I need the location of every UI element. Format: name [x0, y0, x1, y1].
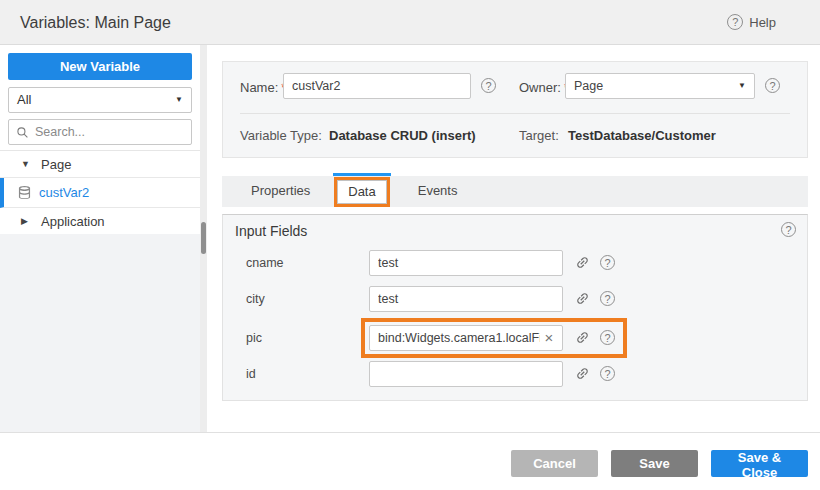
- id-field[interactable]: [369, 361, 563, 387]
- dialog-footer: Cancel Save Save & Close: [0, 432, 820, 490]
- field-row-cname: cname ?: [223, 250, 807, 276]
- save-button[interactable]: Save: [611, 450, 698, 477]
- field-help-icon[interactable]: ?: [600, 291, 615, 306]
- tab-properties[interactable]: Properties: [234, 176, 327, 207]
- bind-link-icon[interactable]: [575, 291, 590, 306]
- tree-item-application[interactable]: ▶ Application: [0, 208, 200, 235]
- clear-binding-icon[interactable]: ×: [541, 328, 557, 348]
- tree-item-custvar2[interactable]: custVar2: [0, 178, 200, 208]
- bind-link-icon[interactable]: [575, 255, 590, 270]
- filter-dropdown-value: All: [17, 92, 31, 107]
- field-help-icon[interactable]: ?: [600, 366, 615, 381]
- variable-type-label: Variable Type:: [240, 128, 322, 143]
- field-label: city: [246, 292, 265, 306]
- owner-dropdown-value: Page: [574, 79, 603, 93]
- active-tab-indicator: [333, 173, 390, 176]
- owner-help-icon[interactable]: ?: [765, 78, 780, 93]
- caret-down-icon: ▼: [21, 159, 31, 169]
- field-help-icon[interactable]: ?: [600, 330, 615, 345]
- sidebar-scrollbar-track: [200, 45, 207, 432]
- sidebar-empty-area: [0, 234, 200, 432]
- tab-data-annotated[interactable]: Data: [337, 180, 386, 204]
- bind-link-icon[interactable]: [575, 366, 590, 381]
- cancel-button[interactable]: Cancel: [511, 450, 598, 477]
- chevron-down-icon: ▼: [175, 88, 183, 112]
- field-row-pic: pic × ?: [223, 325, 807, 351]
- variable-type-value: Database CRUD (insert): [329, 128, 476, 143]
- name-field[interactable]: [283, 73, 471, 99]
- tree-item-label: custVar2: [39, 185, 89, 200]
- name-help-icon[interactable]: ?: [481, 78, 496, 93]
- variable-summary-panel: Name:* ? Owner:* Page ▼ ? Variable Type:…: [222, 61, 808, 158]
- owner-dropdown[interactable]: Page ▼: [565, 73, 755, 99]
- tab-bar: Properties Data Events: [222, 176, 808, 207]
- target-value: TestDatabase/Customer: [568, 128, 716, 143]
- field-label: cname: [246, 256, 284, 270]
- field-label: id: [246, 367, 256, 381]
- sidebar-scrollbar-thumb[interactable]: [201, 222, 206, 254]
- input-fields-help-icon[interactable]: ?: [781, 222, 796, 237]
- new-variable-button[interactable]: New Variable: [8, 53, 192, 80]
- search-icon: [16, 126, 29, 139]
- search-box[interactable]: [8, 119, 192, 145]
- chevron-down-icon: ▼: [738, 74, 746, 98]
- field-row-id: id ?: [223, 361, 807, 387]
- field-help-icon[interactable]: ?: [600, 255, 615, 270]
- page-title: Variables: Main Page: [20, 0, 171, 45]
- variables-sidebar: New Variable All ▼ ▼ Page custVar2 ▶ App…: [0, 45, 200, 490]
- tree-item-label: Page: [41, 157, 71, 172]
- target-label: Target:: [519, 128, 559, 143]
- input-fields-panel: Input Fields ? cname ? city ? pic × ? id…: [222, 214, 808, 401]
- dialog-header: Variables: Main Page ? Help: [0, 0, 820, 45]
- tree-item-page[interactable]: ▼ Page: [0, 151, 200, 178]
- cname-field[interactable]: [369, 250, 563, 276]
- tab-data[interactable]: Data: [337, 180, 386, 204]
- save-and-close-button[interactable]: Save & Close: [711, 450, 808, 477]
- search-input[interactable]: [35, 125, 196, 139]
- bind-link-icon[interactable]: [575, 330, 590, 345]
- panel-divider: [240, 113, 790, 114]
- name-label: Name:*: [240, 80, 286, 95]
- pic-field[interactable]: [369, 325, 563, 351]
- help-label: Help: [749, 15, 776, 30]
- field-row-city: city ?: [223, 286, 807, 312]
- city-field[interactable]: [369, 286, 563, 312]
- tab-events[interactable]: Events: [401, 176, 475, 207]
- tree-item-label: Application: [41, 214, 105, 229]
- filter-dropdown[interactable]: All ▼: [8, 87, 192, 113]
- field-label: pic: [246, 331, 262, 345]
- database-variable-icon: [18, 185, 31, 200]
- help-button[interactable]: ? Help: [727, 14, 776, 30]
- owner-label: Owner:*: [519, 80, 569, 95]
- input-fields-title: Input Fields: [235, 223, 307, 239]
- variables-tree: ▼ Page custVar2 ▶ Application: [0, 150, 200, 235]
- help-icon: ?: [727, 14, 743, 30]
- caret-right-icon: ▶: [21, 216, 31, 226]
